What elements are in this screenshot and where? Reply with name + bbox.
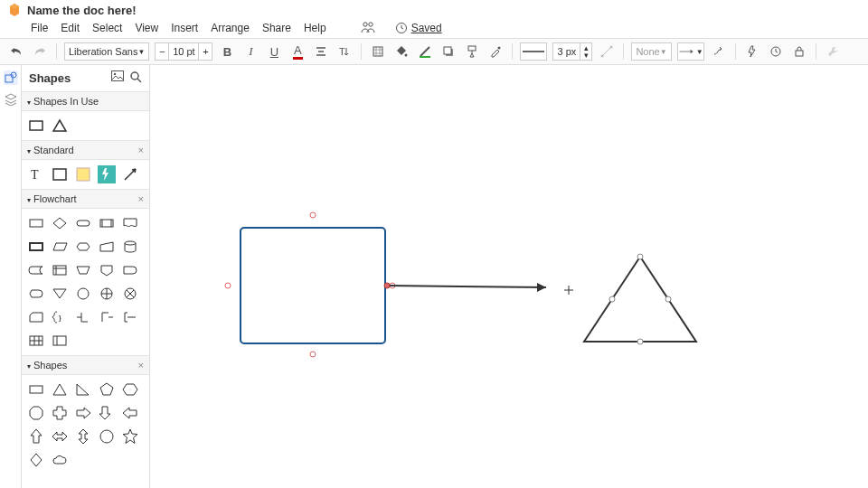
fc-process-bold[interactable] (27, 238, 45, 256)
fc-connector[interactable] (74, 285, 92, 303)
start-marker-select[interactable]: None ▼ (631, 42, 671, 61)
sh-star[interactable] (121, 427, 139, 446)
wrench-button[interactable] (824, 42, 842, 61)
menu-help[interactable]: Help (304, 22, 326, 34)
section-close-icon[interactable]: × (138, 193, 144, 204)
fc-card[interactable] (27, 308, 45, 326)
font-size-increase[interactable]: + (199, 46, 212, 57)
fc-swimlane[interactable] (51, 332, 69, 350)
sh-hexagon[interactable] (121, 380, 139, 399)
line-endpoints-button[interactable] (598, 42, 616, 61)
eyedropper-button[interactable] (486, 42, 505, 61)
shape-anchor[interactable] (637, 254, 643, 259)
menu-share[interactable]: Share (262, 22, 291, 34)
shape-anchor[interactable] (637, 339, 643, 344)
fc-note-right[interactable] (74, 308, 92, 326)
sh-arrow-updown[interactable] (74, 427, 92, 446)
sh-rect[interactable] (27, 380, 45, 399)
fc-terminator[interactable] (74, 214, 92, 232)
document-title[interactable]: Name the doc here! (27, 4, 137, 17)
menu-edit[interactable]: Edit (61, 22, 80, 34)
section-close-icon[interactable]: × (138, 360, 144, 371)
fc-document[interactable] (121, 214, 139, 232)
shape-fill-button[interactable] (369, 42, 387, 61)
shape-triangle[interactable] (51, 117, 69, 135)
shape-block[interactable] (98, 165, 116, 183)
sh-pentagon[interactable] (98, 380, 116, 399)
fc-annotation[interactable] (121, 308, 139, 326)
sidebar-search-icon[interactable] (129, 70, 142, 86)
font-size-value[interactable]: 10 pt (168, 43, 199, 60)
font-color-button[interactable]: A (288, 42, 307, 61)
sidebar-image-icon[interactable] (111, 70, 124, 86)
rail-shapes-button[interactable] (4, 70, 18, 85)
text-direction-button[interactable]: T (335, 42, 354, 61)
end-marker-select[interactable]: ▼ (677, 42, 704, 61)
menu-view[interactable]: View (135, 22, 158, 34)
line-width-decrease[interactable]: ▾ (580, 52, 591, 59)
line-width-stepper[interactable]: 3 px ▴ ▾ (552, 42, 592, 61)
fc-delay[interactable] (121, 261, 139, 279)
align-button[interactable] (312, 42, 330, 61)
fc-table[interactable] (27, 332, 45, 350)
shape-text[interactable]: T (27, 165, 45, 183)
bold-button[interactable]: B (218, 42, 236, 61)
fc-predefined[interactable] (98, 214, 116, 232)
shape-line-arrow[interactable] (121, 165, 139, 183)
fc-display[interactable] (27, 285, 45, 303)
underline-button[interactable]: U (265, 42, 283, 61)
shape-rect-outline[interactable] (51, 165, 69, 183)
font-size-decrease[interactable]: − (156, 46, 168, 57)
canvas-connector[interactable] (387, 286, 546, 287)
sh-circle[interactable] (98, 427, 116, 446)
redo-button[interactable] (31, 42, 49, 61)
canvas-rectangle[interactable] (241, 228, 385, 343)
section-standard[interactable]: ▾Standard × (22, 140, 149, 160)
sh-cloud[interactable] (51, 451, 69, 469)
shadow-button[interactable] (439, 42, 458, 61)
fc-merge[interactable] (51, 285, 69, 303)
fc-offpage[interactable] (98, 261, 116, 279)
action-button-2[interactable] (767, 42, 785, 61)
fc-hexagon[interactable] (74, 238, 92, 256)
section-close-icon[interactable]: × (138, 145, 144, 155)
canvas-triangle[interactable] (584, 257, 696, 342)
sh-arrow-left[interactable] (121, 404, 139, 422)
line-color-button[interactable] (416, 42, 434, 61)
fc-brace[interactable]: } (51, 308, 69, 326)
collab-icon[interactable] (361, 21, 375, 36)
sh-arrow-down-turn[interactable] (98, 404, 116, 422)
action-button-1[interactable] (743, 42, 761, 61)
fc-decision[interactable] (51, 214, 69, 232)
menu-file[interactable]: File (31, 22, 48, 34)
line-style-select[interactable] (520, 42, 547, 61)
fc-note-left[interactable] (98, 308, 116, 326)
connector-type-button[interactable] (710, 42, 728, 61)
fc-manual-input[interactable] (98, 238, 116, 256)
drawing-canvas[interactable] (150, 65, 868, 488)
sh-right-triangle[interactable] (74, 380, 92, 399)
shape-note[interactable] (74, 165, 92, 183)
selection-handle[interactable] (310, 352, 316, 357)
sh-cross[interactable] (51, 404, 69, 422)
fill-color-button[interactable] (392, 42, 410, 61)
shape-anchor[interactable] (609, 296, 615, 302)
menu-select[interactable]: Select (92, 22, 122, 34)
menu-arrange[interactable]: Arrange (211, 22, 250, 34)
font-family-select[interactable]: Liberation Sans ▼ (64, 42, 149, 61)
sh-triangle[interactable] (51, 380, 69, 399)
fc-internal-storage[interactable] (51, 261, 69, 279)
sh-arrow-up[interactable] (27, 427, 45, 446)
shape-rectangle[interactable] (27, 117, 45, 135)
saved-indicator[interactable]: Saved (395, 22, 442, 34)
line-width-value[interactable]: 3 px (553, 43, 580, 60)
fc-process[interactable] (27, 214, 45, 232)
sh-arrow-leftright[interactable] (51, 427, 69, 446)
sh-octagon[interactable] (27, 404, 45, 422)
selection-handle[interactable] (310, 212, 316, 218)
menu-insert[interactable]: Insert (171, 22, 198, 34)
font-size-stepper[interactable]: − 10 pt + (155, 42, 212, 61)
section-shapes[interactable]: ▾Shapes × (22, 355, 149, 375)
fc-summing[interactable] (98, 285, 116, 303)
sh-arrow-right[interactable] (74, 404, 92, 422)
